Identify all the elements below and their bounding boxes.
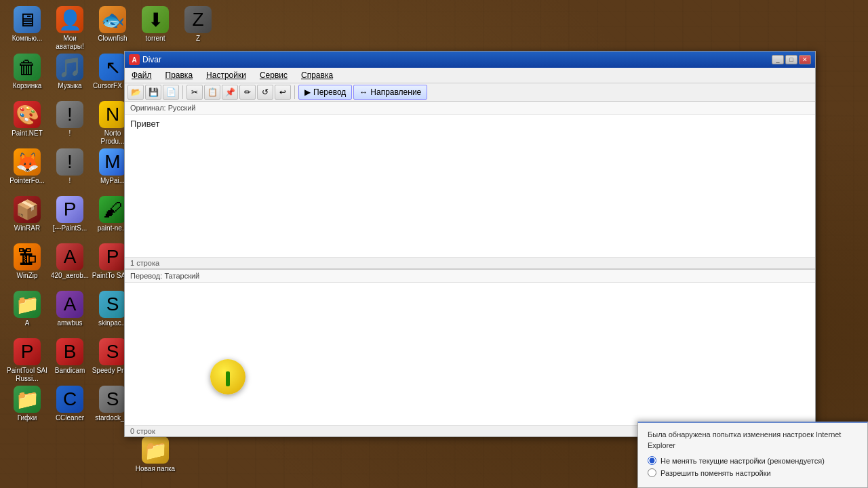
desktop-icon-label-paintn2: paint-ne...	[98, 224, 127, 232]
desktop-icon-label-z: Z	[196, 35, 200, 43]
desktop-icon-label-aerobus: 420_aerob...	[51, 272, 89, 280]
desktop-icon-img-aerobus: A	[56, 243, 83, 270]
menu-item-1[interactable]: Правка	[161, 69, 197, 81]
desktop-icon-img-painttool: P	[99, 243, 126, 270]
desktop-icon-label-novaya: Новая папка	[136, 465, 175, 473]
desktop-icon-gifki[interactable]: 📁Гифки	[3, 383, 51, 425]
desktop-icon-label-avatary: Мои аватары!	[49, 35, 91, 51]
toolbar-arrow[interactable]: ↺	[257, 85, 273, 100]
option-1-label: Не менять текущие настройки (рекомендует…	[660, 457, 825, 465]
desktop-icon-img-pointerfox: 🦊	[14, 148, 41, 176]
toolbar-undo[interactable]: ↩	[275, 85, 291, 100]
upper-section: Оригинал: Русский 1 строка	[125, 102, 815, 270]
translate-label: Перевод	[313, 87, 346, 97]
cursor-indicator	[210, 359, 245, 394]
desktop-icon-img-torrent: ⬇	[142, 6, 169, 33]
desktop-icon-amwbus[interactable]: Aamwbus	[46, 288, 94, 330]
toolbar-cut[interactable]: ✂	[186, 85, 203, 100]
menu-item-4[interactable]: Справка	[297, 69, 337, 81]
desktop-icon-paintshop[interactable]: P[---PaintS...	[46, 193, 94, 235]
desktop-icon-label-paintnet: Paint.NET	[12, 129, 43, 138]
desktop-icon-folder_a[interactable]: 📁A	[3, 288, 51, 330]
original-status: 1 строка	[125, 257, 815, 268]
desktop-icon-bandicam[interactable]: BBandicam	[46, 336, 94, 378]
toolbar-paste[interactable]: 📌	[222, 85, 238, 100]
desktop-icon-img-amwbus: A	[56, 291, 83, 318]
desktop-icon-img-cursorl: ↖	[99, 54, 126, 81]
toolbar-sep-1	[182, 85, 183, 99]
desktop-icon-img-winzip: 🗜	[14, 243, 41, 270]
radio-keep-settings[interactable]	[648, 456, 656, 465]
desktop-icon-avatary[interactable]: 👤Мои аватары!	[46, 3, 94, 54]
notification-popup: Была обнаружена попытка изменения настро…	[637, 422, 868, 488]
desktop-icon-exclaim2[interactable]: !!	[46, 146, 94, 188]
notification-option-1[interactable]: Не менять текущие настройки (рекомендует…	[648, 456, 858, 465]
desktop-icon-novaya[interactable]: 📁Новая папка	[132, 434, 179, 476]
original-header: Оригинал: Русский	[125, 102, 815, 115]
desktop-icon-label-torrent: torrent	[146, 35, 165, 43]
direction-label: Направление	[370, 87, 421, 97]
desktop-icon-img-avatary: 👤	[56, 6, 83, 33]
desktop-icon-aerobus[interactable]: A420_aerob...	[46, 241, 94, 283]
translation-text[interactable]	[125, 283, 815, 425]
desktop-icon-img-ccleaner: C	[56, 386, 83, 413]
direction-button[interactable]: ↔ Направление	[353, 85, 427, 100]
desktop-icon-z[interactable]: ZZ	[174, 3, 222, 45]
minimize-button[interactable]: _	[772, 55, 784, 64]
original-text[interactable]	[125, 115, 815, 257]
desktop-icon-exclaim1[interactable]: !!	[46, 98, 94, 140]
toolbar-save[interactable]: 💾	[145, 85, 161, 100]
desktop-icon-muzika[interactable]: 🎵Музыка	[46, 51, 94, 93]
desktop-icon-img-mypaint: M	[99, 148, 126, 176]
desktop-icon-img-clownfish: 🐟	[99, 6, 126, 33]
direction-icon: ↔	[359, 87, 368, 97]
desktop-icon-img-muzika: 🎵	[56, 54, 83, 81]
translate-button[interactable]: ▶ Перевод	[298, 85, 352, 100]
desktop-icon-label-muzika: Музыка	[58, 82, 81, 90]
window-controls: _ □ ✕	[772, 55, 811, 64]
toolbar-edit[interactable]: ✏	[239, 85, 256, 100]
desktop-icon-ccleaner[interactable]: CCCleaner	[46, 383, 94, 425]
desktop-icon-clownfish[interactable]: 🐟Clownfish	[89, 3, 136, 45]
menu-item-3[interactable]: Сервис	[256, 69, 292, 81]
desktop-icon-painttoolsai[interactable]: PPaintTool SAI Russi...	[3, 336, 51, 386]
desktop-icon-paintnet[interactable]: 🎨Paint.NET	[3, 98, 51, 140]
desktop-icon-label-folder_a: A	[25, 319, 30, 327]
toolbar-copy[interactable]: 📋	[204, 85, 220, 100]
desktop-icon-winrar[interactable]: 📦WinRAR	[3, 193, 51, 235]
option-2-label: Разрешить поменять настройки	[660, 469, 771, 477]
desktop-icon-winzip[interactable]: 🗜WinZip	[3, 241, 51, 283]
desktop-icon-komputer[interactable]: 🖥Компью...	[3, 3, 51, 45]
desktop-icon-label-exclaim1: !	[69, 129, 71, 138]
desktop-icon-img-folder_a: 📁	[14, 291, 41, 318]
desktop-icon-img-winrar: 📦	[14, 196, 41, 223]
translation-header: Перевод: Татарский	[125, 270, 815, 283]
desktop-icon-img-skinpac: S	[99, 291, 126, 318]
divar-icon: A	[129, 54, 140, 65]
notification-text: Была обнаружена попытка изменения настро…	[648, 430, 858, 451]
desktop-icon-img-paintshop: P	[56, 196, 83, 223]
notification-option-2[interactable]: Разрешить поменять настройки	[648, 468, 858, 477]
toolbar-sep-2	[294, 85, 295, 99]
desktop-icon-img-paintn2: 🖌	[99, 196, 126, 223]
desktop-icon-img-z: Z	[184, 6, 212, 33]
toolbar-open[interactable]: 📂	[127, 85, 144, 100]
desktop-icon-torrent[interactable]: ⬇torrent	[132, 3, 179, 45]
desktop-icon-img-novaya: 📁	[142, 436, 169, 464]
desktop-icon-pointerfox[interactable]: 🦊PointerFo...	[3, 146, 51, 188]
desktop-icon-korzina[interactable]: 🗑Корзинка	[3, 51, 51, 93]
close-button[interactable]: ✕	[799, 55, 811, 64]
toolbar-doc[interactable]: 📄	[163, 85, 179, 100]
menu-item-0[interactable]: Файл	[127, 69, 156, 81]
desktop-icon-label-bandicam: Bandicam	[55, 367, 85, 375]
desktop-icon-label-komputer: Компью...	[12, 35, 43, 43]
maximize-button[interactable]: □	[785, 55, 797, 64]
menu-item-2[interactable]: Настройки	[202, 69, 250, 81]
radio-allow-change[interactable]	[648, 468, 656, 477]
window-title: Divar	[142, 55, 769, 64]
desktop-icon-label-gifki: Гифки	[18, 414, 37, 422]
desktop-icon-img-speedypro: S	[99, 338, 126, 365]
desktop-icon-img-korzina: 🗑	[14, 54, 41, 81]
desktop-icon-img-exclaim1: !	[56, 101, 83, 128]
window-toolbar: 📂 💾 📄 ✂ 📋 📌 ✏ ↺ ↩ ▶ Перевод ↔ Направлени…	[125, 83, 815, 102]
